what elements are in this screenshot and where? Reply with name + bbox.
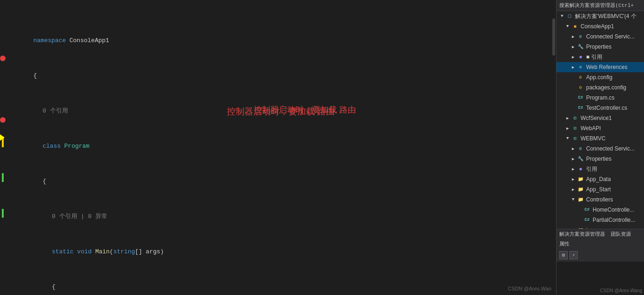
sidebar-item-app-data[interactable]: ▶ 📁 App_Data	[556, 174, 644, 184]
partialcontroller-label: PartialControlle...	[593, 217, 635, 223]
sidebar-item-homecontroller[interactable]: C# HomeControlle...	[556, 205, 644, 215]
code-line: static void Main ( string [] args)	[31, 247, 556, 256]
expand-webapi[interactable]: ▶	[564, 125, 571, 132]
testcontroller-cs-label: TestController.cs	[586, 105, 627, 111]
expand-props2[interactable]: ▶	[569, 155, 577, 163]
expand-testcontroller	[569, 104, 577, 112]
app-start-label: App_Start	[586, 186, 611, 193]
webref-icon: ⊕	[577, 63, 584, 71]
sidebar-item-consoleapp1[interactable]: ▼ ■ ConsoleApp1	[556, 21, 644, 31]
expand-webmvc[interactable]: ▼	[564, 135, 571, 142]
props-icon-1[interactable]: ⊞	[559, 251, 568, 259]
sidebar-item-ref-1[interactable]: ▶ ■ ■ 引用	[556, 52, 644, 62]
expand-props1[interactable]: ▶	[569, 43, 577, 50]
web-references-label: Web References	[586, 64, 627, 70]
expand-appdata[interactable]: ▶	[569, 176, 577, 183]
sidebar-item-controllers[interactable]: ▼ 📁 Controllers	[556, 195, 644, 205]
scrollbar-thumb[interactable]	[552, 19, 555, 56]
code-line: namespace ConsoleApp1	[31, 36, 556, 45]
expand-appconfig	[569, 74, 577, 81]
sidebar-item-app-config[interactable]: ⚙ App.config	[556, 72, 644, 82]
green-line-indicator	[2, 173, 4, 182]
packages-config-label: packages.config	[586, 84, 626, 91]
sidebar-bottom-bar: 解决方案资源管理器 团队资源	[556, 229, 644, 239]
sidebar-item-properties-1[interactable]: ▶ 🔧 Properties	[556, 42, 644, 52]
expand-controllers[interactable]: ▼	[569, 196, 577, 203]
sidebar-item-webapi[interactable]: ▶ ⊞ WebAPI	[556, 123, 644, 133]
consoleapp1-label: ConsoleApp1	[581, 23, 614, 30]
expand-connected2[interactable]: ▶	[569, 145, 577, 152]
code-line: {	[31, 177, 556, 186]
editor-scrollbar[interactable]	[551, 0, 556, 295]
sidebar-header: 搜索解决方案资源管理器(Ctrl+	[556, 0, 644, 11]
expand-appstart[interactable]: ▶	[569, 186, 577, 193]
expand-connected[interactable]: ▶	[569, 33, 577, 40]
expand-consoleapp1[interactable]: ▼	[564, 23, 571, 30]
code-line: 0 个引用 | 0 异常	[31, 212, 556, 221]
project-icon: ■	[571, 23, 579, 30]
controllers-label: Controllers	[586, 196, 613, 203]
appstart-icon: 📁	[577, 186, 584, 193]
team-explorer-link[interactable]: 团队资源	[611, 231, 631, 238]
expand-solution[interactable]: ▼	[558, 13, 566, 20]
connected2-icon: ⚙	[577, 145, 584, 152]
sidebar-item-web-references[interactable]: ▶ ⊕ Web References	[556, 62, 644, 72]
code-line: 0 个引用	[31, 107, 556, 115]
partial-icon: C#	[583, 216, 591, 224]
solution-label: 解决方案'WEBMVC'(4 个	[575, 13, 637, 20]
sidebar-item-imgs[interactable]: ▶ 📁 imgs	[556, 225, 644, 229]
app-config-label: App.config	[586, 74, 613, 81]
webapi-icon: ⊞	[571, 125, 579, 132]
controllers-icon: 📁	[577, 196, 584, 203]
breakpoint-2	[0, 117, 6, 123]
connected-label: Connected Servic...	[586, 33, 635, 40]
program-cs-label: Program.cs	[586, 94, 614, 101]
ref2-icon: ■	[577, 165, 584, 173]
sidebar-item-app-start[interactable]: ▶ 📁 App_Start	[556, 184, 644, 195]
properties-header: 属性	[556, 239, 644, 249]
sidebar-watermark: CSDN @Ares-Wang	[600, 288, 642, 293]
wcfservice1-label: WcfService1	[581, 115, 612, 121]
folder2-icon: 🔧	[577, 155, 584, 163]
sidebar-item-testcontroller-cs[interactable]: C# TestController.cs	[556, 103, 644, 113]
props-toolbar: ⊞ ⚡	[556, 249, 644, 262]
sidebar-item-connected-services[interactable]: ▶ ⚙ Connected Servic...	[556, 31, 644, 42]
testctrl-icon: C#	[577, 104, 584, 112]
solution-explorer-link[interactable]: 解决方案资源管理器	[559, 231, 605, 238]
expand-webref[interactable]: ▶	[569, 63, 577, 71]
sidebar-item-packages-config[interactable]: ⚙ packages.config	[556, 82, 644, 93]
code-line: {	[31, 282, 556, 291]
breakpoint-1	[0, 56, 6, 61]
expand-homecontroller	[576, 206, 583, 213]
ref2-label: 引用	[586, 165, 597, 173]
solution-icon: ⬡	[566, 13, 573, 20]
expand-pkgconfig	[569, 84, 577, 91]
expand-ref2[interactable]: ▶	[569, 165, 577, 173]
sidebar-item-ref-2[interactable]: ▶ ■ 引用	[556, 164, 644, 174]
sidebar-item-partialcontroller[interactable]: C# PartialControlle...	[556, 215, 644, 225]
line-numbers	[8, 0, 31, 295]
sidebar-item-program-cs[interactable]: C# Program.cs	[556, 93, 644, 103]
webmvc-icon: ⊞	[571, 135, 579, 142]
sidebar-item-connected-2[interactable]: ▶ ⚙ Connected Servic...	[556, 144, 644, 154]
sidebar-tree[interactable]: ▼ ⬡ 解决方案'WEBMVC'(4 个 ▼ ■ ConsoleApp1 ▶ ⚙…	[556, 11, 644, 229]
homecontroller-label: HomeControlle...	[593, 207, 634, 213]
properties2-label: Properties	[586, 156, 612, 162]
folder-icon: 🔧	[577, 43, 584, 50]
wcf-icon: ⊞	[571, 114, 579, 122]
connected-icon: ⚙	[577, 33, 584, 40]
green-line-indicator-2	[2, 209, 4, 218]
expand-ref1[interactable]: ▶	[569, 53, 577, 61]
props-icon-2[interactable]: ⚡	[569, 251, 578, 259]
sidebar-item-properties-2[interactable]: ▶ 🔧 Properties	[556, 154, 644, 164]
sidebar-item-solution[interactable]: ▼ ⬡ 解决方案'WEBMVC'(4 个	[556, 11, 644, 21]
expand-wcf[interactable]: ▶	[564, 114, 571, 122]
packages-icon: ⚙	[577, 84, 584, 91]
webmvc-label: WEBMVC	[581, 135, 606, 142]
code-content: namespace ConsoleApp1 { 0 个引用 class Prog…	[0, 0, 556, 295]
code-line: class Program	[31, 142, 556, 151]
sidebar-item-webmvc[interactable]: ▼ ⊞ WEBMVC	[556, 133, 644, 144]
sidebar-item-wcfservice1[interactable]: ▶ ⊞ WcfService1	[556, 113, 644, 123]
ref-label: ■ 引用	[586, 53, 602, 61]
code-editor[interactable]: namespace ConsoleApp1 { 0 个引用 class Prog…	[31, 0, 556, 295]
